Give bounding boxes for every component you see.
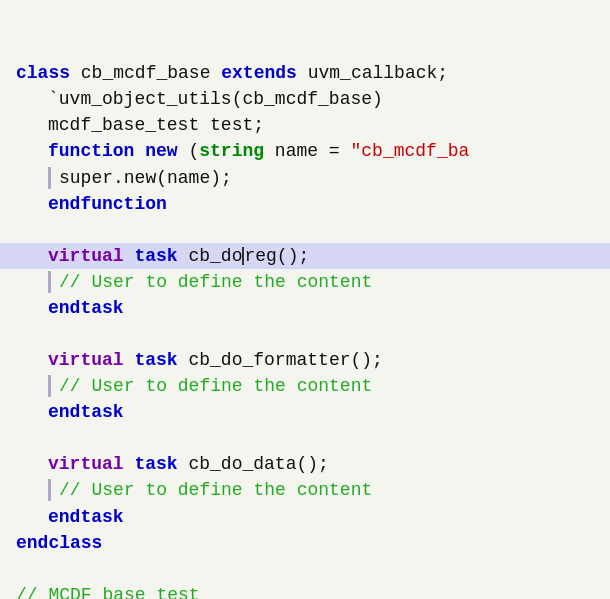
token-plain: cb_do xyxy=(178,243,243,269)
token-kw-blue: task xyxy=(134,347,177,373)
token-comment: // User to define the content xyxy=(59,477,372,503)
line-super: super.new(name); xyxy=(0,165,610,191)
token-kw-blue: endclass xyxy=(16,530,102,556)
token-plain xyxy=(124,347,135,373)
token-plain xyxy=(124,451,135,477)
token-plain xyxy=(124,243,135,269)
token-plain: cb_mcdf_base xyxy=(70,60,221,86)
line-endtask1: endtask xyxy=(0,295,610,321)
gutter-bar xyxy=(48,167,51,189)
line-endtask2: endtask xyxy=(0,399,610,425)
token-kw-blue: class xyxy=(16,60,70,86)
line-comment-mcdf: // MCDF_base_test xyxy=(0,582,610,599)
code-content: class cb_mcdf_base extends uvm_callback;… xyxy=(0,0,610,599)
line-endtask3: endtask xyxy=(0,504,610,530)
line-vt-cbformatter: virtual task cb_do_formatter(); xyxy=(0,347,610,373)
line-vt-cbreg: virtual task cb_doreg(); xyxy=(0,243,610,269)
code-editor: class cb_mcdf_base extends uvm_callback;… xyxy=(0,0,610,599)
token-kw-blue: function xyxy=(48,138,134,164)
token-kw-green: string xyxy=(199,138,264,164)
token-kw-blue: task xyxy=(134,451,177,477)
token-plain: uvm_callback; xyxy=(297,60,448,86)
token-kw-purple: virtual xyxy=(48,347,124,373)
token-kw-purple: virtual xyxy=(48,243,124,269)
token-kw-blue: extends xyxy=(221,60,297,86)
token-kw-blue: task xyxy=(134,243,177,269)
gutter-bar xyxy=(48,271,51,293)
token-comment: // MCDF_base_test xyxy=(16,582,200,599)
token-kw-blue: endtask xyxy=(48,399,124,425)
line-vt-cbdata: virtual task cb_do_data(); xyxy=(0,451,610,477)
token-kw-blue: endtask xyxy=(48,504,124,530)
line-utils: `uvm_object_utils(cb_mcdf_base) xyxy=(0,86,610,112)
token-plain: cb_do_formatter(); xyxy=(178,347,383,373)
gutter-bar xyxy=(48,375,51,397)
line-mcdf-test: mcdf_base_test test; xyxy=(0,112,610,138)
token-comment: // User to define the content xyxy=(59,269,372,295)
line-empty4 xyxy=(0,556,610,582)
line-endclass: endclass xyxy=(0,530,610,556)
line-class: class cb_mcdf_base extends uvm_callback; xyxy=(0,60,610,86)
line-comment2: // User to define the content xyxy=(0,373,610,399)
line-empty2 xyxy=(0,321,610,347)
token-kw-blue: endfunction xyxy=(48,191,167,217)
token-plain: `uvm_object_utils(cb_mcdf_base) xyxy=(48,86,383,112)
token-plain xyxy=(134,138,145,164)
token-plain: mcdf_base_test test; xyxy=(48,112,264,138)
line-empty3 xyxy=(0,425,610,451)
token-plain: cb_do_data(); xyxy=(178,451,329,477)
token-plain: reg(); xyxy=(244,243,309,269)
token-plain: super.new(name); xyxy=(59,165,232,191)
line-comment3: // User to define the content xyxy=(0,477,610,503)
token-plain: name = xyxy=(264,138,350,164)
line-function: function new (string name = "cb_mcdf_ba xyxy=(0,138,610,164)
line-endfunction: endfunction xyxy=(0,191,610,217)
gutter-bar xyxy=(48,479,51,501)
token-kw-blue: new xyxy=(145,138,177,164)
line-empty1 xyxy=(0,217,610,243)
token-comment: // User to define the content xyxy=(59,373,372,399)
token-kw-blue: endtask xyxy=(48,295,124,321)
line-comment1: // User to define the content xyxy=(0,269,610,295)
token-kw-purple: virtual xyxy=(48,451,124,477)
token-plain: ( xyxy=(178,138,200,164)
token-string: "cb_mcdf_ba xyxy=(350,138,469,164)
